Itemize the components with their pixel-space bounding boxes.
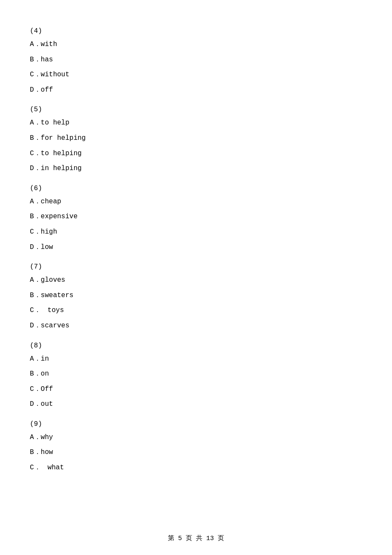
option-q1-1: A．with (30, 39, 362, 50)
question-number-6: (9) (30, 420, 362, 428)
option-q6-1: A．why (30, 432, 362, 443)
option-q4-2: B．sweaters (30, 290, 362, 301)
option-q4-3: C． toys (30, 305, 362, 316)
option-q2-3: C．to helping (30, 148, 362, 159)
option-q6-2: B．how (30, 447, 362, 458)
question-number-2: (5) (30, 106, 362, 113)
option-q5-1: A．in (30, 354, 362, 365)
option-q3-3: C．high (30, 227, 362, 238)
option-q1-3: C．without (30, 69, 362, 81)
page-footer: 第 5 页 共 13 页 (0, 534, 392, 542)
option-q2-1: A．to help (30, 118, 362, 129)
option-q2-4: D．in helping (30, 163, 362, 174)
option-q1-2: B．has (30, 55, 362, 66)
option-q3-2: B．expensive (30, 211, 362, 223)
option-q3-1: A．cheap (30, 197, 362, 208)
page-content: (4)A．withB．hasC．withoutD．off(5)A．to help… (0, 0, 392, 503)
question-number-3: (6) (30, 185, 362, 192)
option-q4-4: D．scarves (30, 321, 362, 332)
question-number-1: (4) (30, 27, 362, 35)
option-q2-2: B．for helping (30, 133, 362, 144)
option-q5-3: C．Off (30, 384, 362, 395)
footer-text: 第 5 页 共 13 页 (168, 535, 224, 542)
option-q1-4: D．off (30, 85, 362, 96)
question-number-4: (7) (30, 263, 362, 271)
option-q4-1: A．gloves (30, 275, 362, 286)
option-q5-2: B．on (30, 369, 362, 380)
question-number-5: (8) (30, 342, 362, 350)
option-q5-4: D．out (30, 399, 362, 410)
option-q6-3: C． what (30, 462, 362, 474)
option-q3-4: D．low (30, 242, 362, 253)
